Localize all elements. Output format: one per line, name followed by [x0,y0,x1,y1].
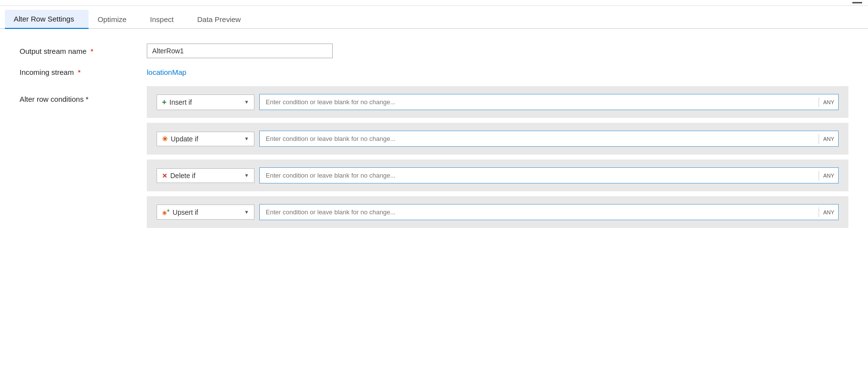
chevron-down-icon-update: ▼ [244,136,249,141]
alter-row-conditions-label: Alter row conditions * [20,86,147,103]
upsert-icon: ✳+ [162,208,170,217]
any-badge-upsert: ANY [819,207,838,217]
any-badge-delete: ANY [819,171,838,181]
output-stream-required: * [91,47,93,55]
tab-bar: Alter Row Settings Optimize Inspect Data… [0,6,868,29]
condition-label-delete: Delete if [170,172,195,180]
condition-dropdown-upsert[interactable]: ✳+Upsert if▼ [157,205,254,220]
update-icon: ✳ [162,135,168,143]
output-stream-row: Output stream name * [20,44,848,58]
incoming-stream-row: Incoming stream * locationMap [20,68,848,76]
output-stream-label: Output stream name * [20,47,147,55]
condition-item-insert: +Insert if▼ANY [147,86,848,118]
condition-dropdown-insert[interactable]: +Insert if▼ [157,94,254,110]
minimize-button[interactable] [852,2,862,3]
tab-data-preview[interactable]: Data Preview [188,10,255,28]
condition-dropdown-delete[interactable]: ✕Delete if▼ [157,168,254,183]
main-window: Alter Row Settings Optimize Inspect Data… [0,0,868,387]
window-chrome [0,0,868,6]
condition-input-wrapper-delete: ANY [259,167,839,183]
incoming-stream-value[interactable]: locationMap [147,68,186,76]
condition-input-wrapper-insert: ANY [259,94,839,110]
tab-inspect[interactable]: Inspect [141,10,188,28]
condition-input-delete[interactable] [260,168,819,183]
condition-input-upsert[interactable] [260,205,819,220]
content-area: Output stream name * Incoming stream * l… [0,29,868,387]
condition-label-insert: Insert if [169,98,192,106]
alter-row-conditions-section: Alter row conditions * +Insert if▼ANY✳Up… [20,86,848,228]
any-badge-insert: ANY [819,97,838,107]
chevron-down-icon-upsert: ▼ [244,209,249,215]
incoming-stream-required: * [78,68,81,76]
incoming-stream-label: Incoming stream * [20,68,147,76]
alter-row-conditions-required: * [86,95,89,103]
condition-item-upsert: ✳+Upsert if▼ANY [147,196,848,228]
condition-item-update: ✳Update if▼ANY [147,123,848,155]
any-badge-update: ANY [819,134,838,144]
condition-input-insert[interactable] [260,94,819,110]
delete-icon: ✕ [162,172,167,180]
condition-input-wrapper-update: ANY [259,131,839,147]
conditions-list: +Insert if▼ANY✳Update if▼ANY✕Delete if▼A… [147,86,848,228]
condition-item-delete: ✕Delete if▼ANY [147,159,848,191]
condition-input-update[interactable] [260,131,819,146]
condition-input-wrapper-upsert: ANY [259,204,839,220]
output-stream-input[interactable] [147,44,333,58]
insert-icon: + [162,98,166,107]
tab-optimize[interactable]: Optimize [89,10,141,28]
condition-dropdown-update[interactable]: ✳Update if▼ [157,132,254,146]
condition-label-update: Update if [171,135,198,143]
condition-label-upsert: Upsert if [173,208,198,216]
chevron-down-icon-insert: ▼ [244,99,249,105]
tab-alter-row-settings[interactable]: Alter Row Settings [5,10,89,29]
chevron-down-icon-delete: ▼ [244,173,249,178]
